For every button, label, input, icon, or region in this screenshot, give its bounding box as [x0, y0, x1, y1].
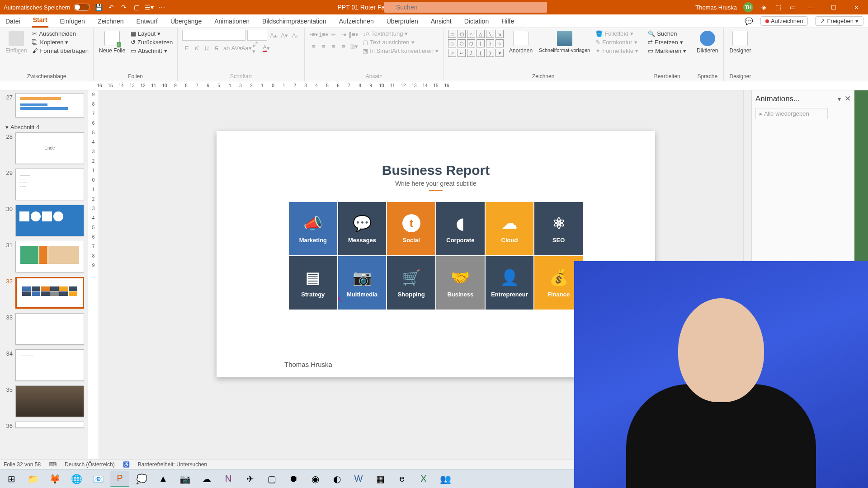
line-spacing-button[interactable]: ‖≡▾: [349, 30, 358, 39]
tab-aufzeichnen[interactable]: Aufzeichnen: [338, 16, 375, 27]
shrink-font-button[interactable]: A▾: [280, 31, 289, 40]
touch-mode-icon[interactable]: ☰▾: [145, 3, 153, 11]
taskbar-word[interactable]: W: [349, 471, 368, 487]
align-left-button[interactable]: ≡: [309, 42, 318, 51]
start-menu-button[interactable]: ⊞: [2, 471, 21, 487]
slideshow-from-start-icon[interactable]: ▢: [132, 3, 141, 11]
change-case-button[interactable]: Aa▾: [242, 43, 251, 52]
designer-button[interactable]: Designer: [728, 30, 752, 55]
tile-strategy[interactable]: ▤Strategy: [289, 256, 337, 310]
taskbar-telegram[interactable]: ✈: [241, 471, 259, 487]
text-direction-button[interactable]: ↕A Textrichtung ▾: [363, 30, 439, 38]
justify-button[interactable]: ≡: [339, 42, 348, 51]
taskbar-edge[interactable]: e: [392, 471, 411, 487]
align-center-button[interactable]: ≡: [319, 42, 328, 51]
more-qat-icon[interactable]: ⋯: [158, 3, 166, 11]
dictate-button[interactable]: Diktieren: [696, 30, 719, 55]
thumbnail-35[interactable]: [15, 385, 84, 417]
taskbar-firefox[interactable]: 🦊: [45, 471, 64, 487]
align-text-button[interactable]: ▢ Text ausrichten ▾: [363, 38, 439, 46]
tile-social[interactable]: tSocial: [387, 202, 435, 255]
status-accessibility[interactable]: Barrierefreiheit: Untersuchen: [138, 461, 207, 468]
cut-button[interactable]: ✂ Ausschneiden: [32, 30, 89, 38]
slide-thumbnail-pane[interactable]: 27 ▾ Abschnitt 4 28Ende 29─────• ──• ───…: [0, 90, 88, 474]
tab-uebergaenge[interactable]: Übergänge: [170, 16, 203, 27]
tile-grid[interactable]: 📣Marketing 💬Messages tSocial ◖Corporate …: [289, 202, 583, 310]
toggle-switch-icon[interactable]: [74, 4, 90, 11]
tile-cloud[interactable]: ☁Cloud: [486, 202, 534, 255]
slide-subtitle[interactable]: Write here your great subtitle: [217, 180, 655, 187]
select-button[interactable]: ▭ Markieren ▾: [648, 47, 686, 55]
tile-messages[interactable]: 💬Messages: [338, 202, 387, 255]
tab-datei[interactable]: Datei: [5, 16, 21, 27]
paste-button[interactable]: Einfügen: [5, 30, 28, 55]
highlight-color-button[interactable]: 🖍▾: [252, 43, 261, 52]
section-header[interactable]: ▾ Abschnitt 4: [4, 122, 84, 132]
thumbnail-33[interactable]: [15, 313, 84, 345]
tile-business[interactable]: 🤝Business: [436, 256, 485, 310]
quick-styles-button[interactable]: Schnellformat-vorlagen: [538, 30, 591, 54]
convert-smartart-button[interactable]: ⬔ In SmartArt konvertieren ▾: [363, 47, 439, 55]
tab-bildschirm[interactable]: Bildschirmpräsentation: [261, 16, 327, 27]
ribbon-display-icon[interactable]: ⬚: [774, 3, 782, 11]
taskbar-chrome[interactable]: 🌐: [67, 471, 86, 487]
comments-icon[interactable]: 💬: [745, 17, 753, 25]
thumbnail-30[interactable]: [15, 205, 84, 236]
thumbnail-27[interactable]: [15, 93, 84, 117]
thumbnail-32-selected[interactable]: [15, 277, 84, 309]
thumbnail-34[interactable]: ──────────: [15, 349, 84, 381]
close-animations-pane-button[interactable]: ✕: [844, 94, 851, 103]
columns-button[interactable]: ▥▾: [349, 42, 358, 51]
play-all-button[interactable]: ▸ Alle wiedergeben: [755, 108, 828, 119]
tab-dictation[interactable]: Dictation: [463, 16, 490, 27]
tile-marketing[interactable]: 📣Marketing: [289, 202, 337, 255]
horizontal-ruler[interactable]: 1615141312111098765432101234567891011121…: [0, 81, 868, 90]
taskbar-app-3[interactable]: ☁: [197, 471, 216, 487]
tab-ansicht[interactable]: Ansicht: [430, 16, 453, 27]
tile-seo[interactable]: ⚛SEO: [534, 202, 583, 255]
accessibility-icon[interactable]: ♿: [123, 461, 130, 468]
status-lang-icon[interactable]: ⌨: [49, 461, 57, 468]
align-right-button[interactable]: ≡: [329, 42, 338, 51]
thumbnail-36[interactable]: [15, 422, 84, 428]
coming-soon-icon[interactable]: ◈: [760, 3, 768, 11]
slide-author[interactable]: Thomas Hruska: [284, 361, 332, 368]
maximize-button[interactable]: ☐: [826, 4, 842, 11]
grow-font-button[interactable]: A▴: [269, 31, 278, 40]
format-painter-button[interactable]: 🖌 Format übertragen: [32, 47, 89, 55]
shadow-button[interactable]: ab: [222, 43, 231, 52]
taskbar-obs[interactable]: ⏺: [284, 471, 303, 487]
taskbar-app-1[interactable]: 💭: [132, 471, 151, 487]
font-size-select[interactable]: [247, 30, 267, 41]
section-button[interactable]: ▭ Abschnitt ▾: [131, 47, 173, 55]
taskbar-onenote[interactable]: N: [219, 471, 238, 487]
bullets-button[interactable]: •≡▾: [309, 30, 318, 39]
thumbnail-29[interactable]: ─────• ──• ───• ──: [15, 169, 84, 200]
taskbar-app-4[interactable]: ▢: [262, 471, 281, 487]
tab-zeichnen[interactable]: Zeichnen: [97, 16, 125, 27]
underline-button[interactable]: U: [202, 43, 211, 52]
tile-entrepreneur[interactable]: 👤Entrepreneur: [486, 256, 534, 310]
share-button[interactable]: ↗ Freigeben ▾: [815, 16, 863, 26]
undo-icon[interactable]: ↶: [107, 3, 115, 11]
taskbar-vlc[interactable]: ▲: [154, 471, 173, 487]
save-icon[interactable]: 💾: [94, 3, 103, 11]
reset-button[interactable]: ↺ Zurücksetzen: [131, 38, 173, 46]
taskbar-excel[interactable]: X: [414, 471, 433, 487]
app-options-icon[interactable]: ▭: [788, 3, 797, 11]
tile-corporate[interactable]: ◖Corporate: [436, 202, 485, 255]
taskbar-app-5[interactable]: ◉: [306, 471, 325, 487]
italic-button[interactable]: K: [192, 43, 201, 52]
tile-shopping[interactable]: 🛒Shopping: [387, 256, 435, 310]
increase-indent-button[interactable]: ⇥: [339, 30, 348, 39]
user-avatar[interactable]: TH: [743, 2, 753, 12]
slide-title[interactable]: Business Report: [217, 163, 655, 178]
taskbar-app-2[interactable]: 📷: [175, 471, 194, 487]
copy-button[interactable]: ⿻ Kopieren ▾: [32, 38, 89, 46]
taskbar-teams[interactable]: 👥: [436, 471, 455, 487]
strikethrough-button[interactable]: S̶: [212, 43, 221, 52]
decrease-indent-button[interactable]: ⇤: [329, 30, 338, 39]
taskbar-explorer[interactable]: 📁: [24, 471, 42, 487]
vertical-ruler[interactable]: 9876543210123456789: [88, 90, 99, 474]
shape-effects-button[interactable]: ✦ Formeffekte ▾: [595, 47, 638, 55]
